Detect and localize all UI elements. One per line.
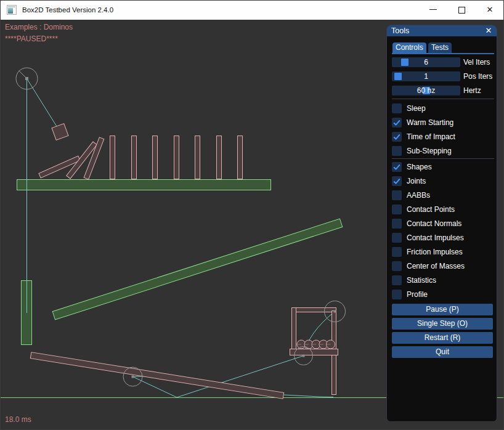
slider-value: 1 [392,71,460,81]
checkbox-label: Joints [407,176,426,186]
slider-label: Vel Iters [463,57,490,67]
domino [110,136,115,179]
tools-panel-titlebar[interactable]: Tools ✕ [387,25,497,36]
quit-button[interactable]: Quit [392,346,493,358]
domino [195,136,200,179]
checkbox[interactable] [392,190,402,200]
close-icon: ✕ [476,0,504,20]
minimize-icon [429,9,437,10]
checkmark-icon [392,176,402,186]
maximize-button[interactable] [447,0,476,20]
checkbox[interactable] [392,290,402,299]
close-button[interactable]: ✕ [476,0,504,20]
tab-tests[interactable]: Tests [428,43,452,53]
checkbox-label: Contact Impulses [407,233,464,243]
checkbox-label: Sleep [407,103,426,113]
pause-p-button[interactable]: Pause (P) [392,304,493,315]
tools-panel: Tools ✕ ControlsTests 6Vel Iters1Pos Ite… [386,25,497,422]
frame-top-beam [292,308,336,312]
tab-controls[interactable]: Controls [392,43,426,53]
checkbox[interactable] [392,233,402,243]
window-titlebar[interactable]: Box2D Testbed Version 2.4.0 ✕ [0,0,504,20]
checkbox-label: Profile [407,290,428,299]
paused-label: ****PAUSED**** [5,34,58,43]
hanging-box [52,124,68,140]
frame-shelf [290,349,338,355]
checkbox-label: Friction Impulses [407,247,463,257]
frame-time-label: 18.0 ms [5,415,31,424]
checkbox-label: Contact Normals [407,219,461,229]
checkbox[interactable] [392,275,402,285]
checkbox[interactable] [392,146,402,156]
window-title: Box2D Testbed Version 2.4.0 [22,0,113,20]
checkbox-label: Statistics [407,275,436,285]
checkbox-label: Contact Points [407,205,455,214]
checkbox[interactable] [392,103,402,113]
checkmark-icon [392,132,402,142]
checkmark-icon [392,118,402,128]
slider-value: 60 hz [392,86,460,95]
maximize-icon [458,7,465,14]
slider-track[interactable]: 60 hz [392,86,460,95]
checkbox[interactable] [392,247,402,257]
ramp [52,219,343,320]
panel-close-icon[interactable]: ✕ [484,25,493,36]
tab-underline [392,53,494,54]
joint-anchors [25,77,336,378]
checkbox[interactable] [392,261,402,271]
restart-r-button[interactable]: Restart (R) [392,332,493,344]
slider-track[interactable]: 6 [392,57,460,67]
frame-left-post [292,308,296,351]
tools-panel-title: Tools [391,26,409,35]
app-icon [7,5,17,15]
slider-label: Pos Iters [463,71,492,81]
checkbox-label: AABBs [407,190,430,200]
separator [392,158,494,159]
domino [153,136,158,179]
platform [17,180,271,190]
separator [392,99,494,99]
checkbox-label: Time of Impact [407,132,455,142]
example-label: Examples : Dominos [5,23,73,31]
checkbox[interactable] [392,219,402,229]
slider-label: Hertz [463,86,481,95]
single-step-o-button[interactable]: Single Step (O) [392,318,493,330]
minimize-button[interactable] [419,0,447,20]
checkbox[interactable] [392,132,402,142]
seesaw-plank [30,352,283,399]
slider-track[interactable]: 1 [392,71,460,81]
checkbox[interactable] [392,176,402,186]
domino [216,136,221,179]
domino [174,136,179,179]
checkbox-label: Warm Starting [407,118,453,128]
checkbox-label: Sub-Stepping [407,146,452,156]
slider-value: 6 [392,57,460,67]
checkbox-label: Shapes [407,162,432,172]
checkbox[interactable] [392,118,402,128]
domino [131,136,136,179]
checkbox-label: Center of Masses [407,261,465,271]
checkbox[interactable] [392,205,402,214]
checkmark-icon [392,162,402,172]
domino [238,136,243,179]
checkbox[interactable] [392,162,402,172]
dynamic-bodies [30,124,338,399]
